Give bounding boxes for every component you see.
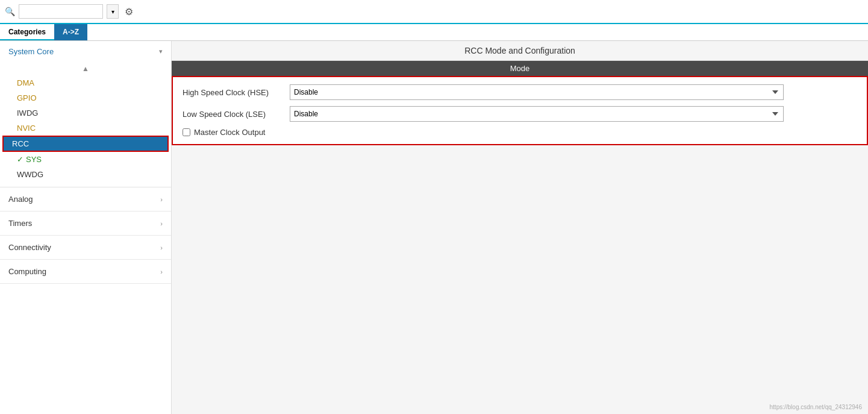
search-icon: 🔍 — [5, 7, 15, 16]
gear-icon[interactable]: ⚙ — [125, 6, 133, 17]
chevron-right-icon-connectivity: › — [160, 244, 163, 251]
sidebar-label-connectivity: Connectivity — [8, 243, 51, 252]
top-bar: 🔍 ▾ ⚙ — [0, 0, 868, 24]
sidebar-item-analog[interactable]: Analog › — [0, 187, 171, 212]
sidebar-item-iwdg[interactable]: IWDG — [0, 105, 171, 121]
tab-az[interactable]: A->Z — [54, 24, 87, 40]
tab-bar: Categories A->Z — [0, 24, 868, 41]
chevron-down-icon: ▾ — [159, 48, 163, 55]
sidebar-item-sys[interactable]: SYS — [0, 152, 171, 167]
sidebar-items-system-core: ▲ DMA GPIO IWDG NVIC RCC SYS WWDG — [0, 62, 171, 187]
chevron-right-icon-timers: › — [160, 220, 163, 227]
sidebar-label-analog: Analog — [8, 195, 33, 204]
main-layout: System Core ▾ ▲ DMA GPIO IWDG NVIC RCC S… — [0, 41, 868, 414]
watermark: https://blog.csdn.net/qq_24312946 — [770, 404, 862, 410]
chevron-right-icon-analog: › — [160, 196, 163, 203]
sidebar-item-nvic[interactable]: NVIC — [0, 121, 171, 136]
search-input[interactable] — [19, 4, 103, 19]
mode-content: High Speed Clock (HSE) Disable Crystal/C… — [172, 76, 868, 145]
tab-categories[interactable]: Categories — [0, 24, 54, 40]
sidebar: System Core ▾ ▲ DMA GPIO IWDG NVIC RCC S… — [0, 41, 172, 414]
up-arrow[interactable]: ▲ — [0, 62, 171, 75]
sidebar-item-dma[interactable]: DMA — [0, 75, 171, 90]
sidebar-section-system-core: System Core ▾ ▲ DMA GPIO IWDG NVIC RCC S… — [0, 41, 171, 187]
sidebar-label-computing: Computing — [8, 267, 46, 276]
sidebar-item-computing[interactable]: Computing › — [0, 260, 171, 284]
sidebar-section-header-system-core[interactable]: System Core ▾ — [0, 41, 171, 62]
content-area: RCC Mode and Configuration Mode High Spe… — [172, 41, 868, 414]
master-clock-checkbox[interactable] — [183, 128, 190, 136]
hse-select[interactable]: Disable Crystal/Ceramic Resonator BYPASS… — [290, 84, 784, 100]
chevron-right-icon-computing: › — [160, 268, 163, 275]
hse-row: High Speed Clock (HSE) Disable Crystal/C… — [183, 84, 857, 100]
sidebar-item-connectivity[interactable]: Connectivity › — [0, 236, 171, 260]
sidebar-item-rcc[interactable]: RCC — [2, 136, 169, 152]
lse-row: Low Speed Clock (LSE) Disable Crystal/Ce… — [183, 106, 857, 122]
lse-label: Low Speed Clock (LSE) — [183, 110, 285, 119]
sidebar-label-timers: Timers — [8, 219, 32, 228]
sidebar-section-label-system-core: System Core — [8, 47, 54, 56]
sidebar-item-timers[interactable]: Timers › — [0, 212, 171, 236]
hse-label: High Speed Clock (HSE) — [183, 88, 285, 97]
lse-select[interactable]: Disable Crystal/Ceramic Resonator BYPASS… — [290, 106, 784, 122]
master-clock-row: Master Clock Output — [183, 128, 857, 137]
content-title: RCC Mode and Configuration — [172, 41, 868, 61]
master-clock-label: Master Clock Output — [194, 128, 266, 137]
search-dropdown-arrow[interactable]: ▾ — [107, 4, 119, 19]
sidebar-item-wwdg[interactable]: WWDG — [0, 167, 171, 182]
mode-section-header: Mode — [172, 61, 868, 76]
sidebar-item-gpio[interactable]: GPIO — [0, 90, 171, 105]
